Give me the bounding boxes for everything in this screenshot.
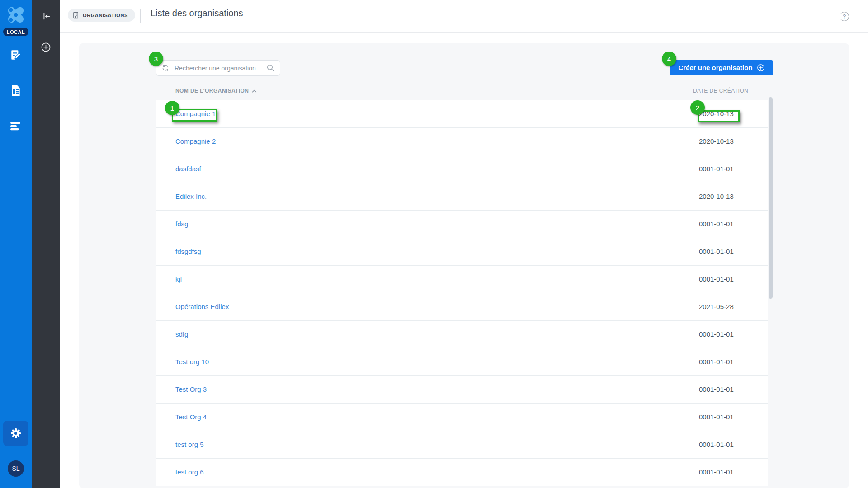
org-date: 0001-01-01 [699,165,734,173]
title-divider [140,9,141,23]
annotation-marker-1: 1 [165,101,179,115]
annotation-marker-3: 3 [149,52,163,66]
table-row: fdsg 0001-01-01 [156,211,768,238]
refresh-icon [162,64,169,71]
table-row: Test Org 4 0001-01-01 [156,404,768,431]
org-link[interactable]: fdsg [175,220,188,228]
settings-button[interactable] [3,421,28,446]
org-date: 0001-01-01 [699,385,734,393]
annotation-marker-2: 2 [690,100,705,115]
table-header: NOM DE L'ORGANISATION DATE DE CRÉATION [156,84,768,98]
list-icon [10,122,22,131]
table-row: Compagnie 2 2020-10-13 [156,128,768,155]
building-icon [72,12,79,19]
sidebar-item-contracts[interactable] [0,46,32,64]
org-link[interactable]: Edilex Inc. [175,192,207,200]
org-link[interactable]: Compagnie 2 [175,137,216,145]
sidebar-item-clauses[interactable] [0,117,32,135]
environment-badge: LOCAL [3,28,28,36]
table-row: fdsgdfsg 0001-01-01 [156,238,768,266]
app-root: LOCAL [0,0,868,488]
org-date: 0001-01-01 [699,413,734,421]
table-row: Test Org 3 0001-01-01 [156,376,768,404]
table-row: kjl 0001-01-01 [156,266,768,293]
table-scrollbar-thumb[interactable] [769,97,773,299]
org-link[interactable]: kjl [175,275,182,283]
org-link[interactable]: Opérations Edilex [175,303,229,310]
org-date: 0001-01-01 [699,220,734,228]
breadcrumb[interactable]: ORGANISATIONS [68,9,135,22]
sidebar-item-documents[interactable] [0,82,32,100]
search-input[interactable] [156,60,280,76]
org-link[interactable]: Test org 10 [175,358,209,366]
org-link[interactable]: Test Org 3 [175,385,207,393]
plus-circle-icon [41,42,51,52]
table-row: sdfg 0001-01-01 [156,321,768,348]
document-icon [10,85,21,97]
org-date: 2021-05-28 [699,303,734,310]
table-row: Compagnie 1 2020-10-13 [156,100,768,128]
table-row: Edilex Inc. 2020-10-13 [156,183,768,211]
org-link[interactable]: test org 5 [175,441,204,448]
brand-logo-icon [6,5,26,25]
table-row: dasfdasf 0001-01-01 [156,155,768,183]
org-link[interactable]: fdsgdfsg [175,248,201,255]
org-date: 2020-10-13 [699,137,734,145]
gear-icon [10,428,21,439]
org-link[interactable]: dasfdasf [175,165,201,173]
column-header-date[interactable]: DATE DE CRÉATION [693,84,748,98]
org-link[interactable]: sdfg [175,330,188,338]
column-header-name-label: NOM DE L'ORGANISATION [175,84,249,98]
secondary-sidebar [32,0,60,488]
search-box [156,60,280,76]
primary-sidebar: LOCAL [0,0,32,488]
help-icon: ? [840,12,849,21]
organisations-table: Compagnie 1 2020-10-13 Compagnie 2 2020-… [156,100,768,486]
document-edit-icon [10,49,22,61]
search-icon [267,64,274,72]
org-link[interactable]: Test Org 4 [175,413,207,421]
org-date: 0001-01-01 [699,330,734,338]
page-title: Liste des organisations [151,8,243,19]
avatar[interactable]: SL [8,460,24,477]
org-date: 0001-01-01 [699,248,734,255]
sort-asc-icon [252,89,257,93]
table-row: test org 5 0001-01-01 [156,431,768,459]
collapse-sidebar-icon [41,11,51,21]
org-date: 0001-01-01 [699,441,734,448]
org-link[interactable]: test org 6 [175,468,204,476]
collapse-sidebar-button[interactable] [32,5,60,27]
help-button[interactable]: ? [840,11,850,22]
annotation-marker-4: 4 [662,52,676,66]
table-row: Opérations Edilex 2021-05-28 [156,293,768,321]
org-date: 0001-01-01 [699,358,734,366]
org-date: 2020-10-13 [699,192,734,200]
annotation-box-2 [698,110,740,122]
breadcrumb-label: ORGANISATIONS [83,13,128,18]
org-date: 0001-01-01 [699,275,734,283]
add-button[interactable] [32,36,60,58]
org-date: 0001-01-01 [699,468,734,476]
table-row: Test org 10 0001-01-01 [156,348,768,376]
table-row: test org 6 0001-01-01 [156,459,768,486]
create-organisation-label: Créer une organisation [678,64,752,71]
create-organisation-button[interactable]: Créer une organisation [670,60,773,75]
sidebar-divider [32,33,60,33]
column-header-name[interactable]: NOM DE L'ORGANISATION [175,84,257,98]
plus-circle-icon [757,64,765,72]
